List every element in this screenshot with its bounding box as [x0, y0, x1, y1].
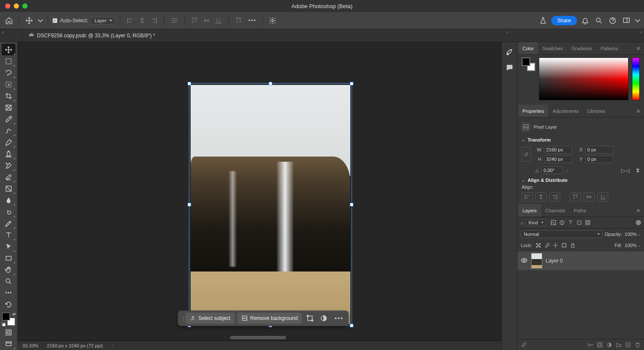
3d-mode-icon[interactable]: [233, 15, 244, 26]
layer-row[interactable]: Layer 0: [517, 251, 644, 271]
align-section-header[interactable]: ⌄Align & Distribute: [522, 178, 640, 183]
home-button[interactable]: [3, 15, 15, 26]
transform-icon[interactable]: [304, 313, 316, 324]
adjustment-icon[interactable]: [318, 313, 329, 324]
width-input[interactable]: [544, 146, 572, 154]
comments-icon[interactable]: [504, 62, 516, 74]
transform-handle[interactable]: [350, 203, 353, 206]
panels-collapse-icon[interactable]: »: [640, 30, 642, 34]
hand-tool[interactable]: [2, 264, 15, 275]
panel-menu-icon[interactable]: ≡: [633, 108, 643, 114]
beaker-icon[interactable]: [538, 15, 549, 26]
minimize-window-button[interactable]: [14, 3, 19, 9]
zoom-tool[interactable]: [2, 275, 15, 287]
flip-horizontal-icon[interactable]: ▷◁: [621, 167, 630, 174]
flip-vertical-icon[interactable]: ⧗: [636, 167, 640, 174]
filter-type-icon[interactable]: [567, 219, 574, 226]
lock-pixels-icon[interactable]: [543, 241, 551, 249]
prop-align-middle[interactable]: [583, 192, 595, 202]
lock-artboard-icon[interactable]: [560, 241, 568, 249]
auto-select-checkbox[interactable]: ✓: [52, 18, 58, 23]
align-left-icon[interactable]: [125, 15, 136, 26]
foreground-color[interactable]: [2, 313, 10, 320]
align-center-h-icon[interactable]: [137, 15, 148, 26]
path-selection-tool[interactable]: [2, 241, 15, 252]
visibility-icon[interactable]: [521, 257, 528, 265]
y-input[interactable]: [585, 155, 614, 163]
add-mask-icon[interactable]: [596, 341, 604, 349]
angle-dropdown[interactable]: ⌄: [565, 169, 568, 172]
link-dimensions-icon[interactable]: [522, 147, 531, 162]
transform-handle[interactable]: [350, 324, 353, 327]
align-bottom-icon[interactable]: [213, 15, 224, 26]
edit-toolbar[interactable]: [2, 299, 15, 310]
filter-smart-icon[interactable]: [584, 219, 592, 226]
lock-transparency-icon[interactable]: [535, 241, 542, 249]
prop-align-center-h[interactable]: [535, 192, 547, 202]
marquee-tool[interactable]: [2, 55, 15, 67]
auto-select-scope-select[interactable]: Layer: [91, 17, 115, 24]
tab-swatches[interactable]: Swatches: [538, 42, 567, 54]
prop-align-right[interactable]: [549, 192, 560, 202]
search-icon[interactable]: [593, 15, 605, 26]
tab-libraries[interactable]: Libraries: [583, 105, 610, 117]
rotation-input[interactable]: [541, 166, 563, 174]
tool-preset-dropdown[interactable]: [37, 15, 43, 26]
opacity-dropdown[interactable]: ⌄: [638, 232, 641, 236]
filter-search-icon[interactable]: ⌕: [521, 220, 524, 225]
x-input[interactable]: [585, 146, 614, 154]
history-brush-tool[interactable]: [2, 160, 15, 171]
foreground-background-swatch[interactable]: ⇄: [1, 312, 16, 326]
remove-background-button[interactable]: Remove background: [237, 313, 302, 324]
align-top-icon[interactable]: [189, 15, 200, 26]
prop-align-left[interactable]: [522, 192, 533, 202]
context-more-icon[interactable]: •••: [332, 315, 346, 322]
tab-adjustments[interactable]: Adjustments: [548, 105, 583, 117]
link-layers-icon[interactable]: [520, 341, 528, 349]
color-fgbg-swatch[interactable]: [522, 57, 535, 71]
healing-brush-tool[interactable]: [2, 125, 15, 136]
tab-color[interactable]: Color: [518, 42, 538, 54]
blend-mode-select[interactable]: Normal: [521, 230, 602, 238]
screen-mode-tool[interactable]: [2, 338, 15, 350]
close-window-button[interactable]: [5, 3, 10, 9]
transform-section-header[interactable]: ⌄Transform: [522, 137, 640, 142]
status-flyout-icon[interactable]: 〉: [112, 342, 116, 349]
delete-layer-icon[interactable]: [634, 341, 641, 349]
workspace-switcher-icon[interactable]: [621, 15, 632, 26]
brush-settings-icon[interactable]: [504, 46, 516, 58]
type-tool[interactable]: [2, 229, 15, 241]
dock-collapse-icon[interactable]: «: [506, 30, 508, 34]
share-button[interactable]: Share: [551, 16, 577, 25]
swap-colors-icon[interactable]: ⇄: [12, 312, 16, 316]
gradient-tool[interactable]: [2, 183, 15, 194]
new-adjustment-icon[interactable]: [605, 341, 613, 349]
crop-tool[interactable]: [2, 90, 15, 102]
panel-menu-icon[interactable]: ≡: [633, 45, 643, 51]
tab-gradients[interactable]: Gradients: [567, 42, 596, 54]
tab-layers[interactable]: Layers: [518, 204, 541, 217]
more-options-icon[interactable]: •••: [247, 15, 258, 26]
eraser-tool[interactable]: [2, 171, 15, 183]
fill-value[interactable]: 100%: [625, 243, 637, 248]
distribute-icon[interactable]: [169, 15, 180, 26]
align-middle-v-icon[interactable]: [201, 15, 212, 26]
blur-tool[interactable]: [2, 194, 15, 206]
fx-icon[interactable]: fx▾: [586, 341, 594, 349]
default-colors-icon[interactable]: [1, 322, 6, 326]
move-tool[interactable]: [2, 44, 15, 55]
color-ramp[interactable]: [539, 57, 629, 100]
dodge-tool[interactable]: [2, 206, 15, 217]
tab-channels[interactable]: Channels: [541, 204, 569, 217]
rectangle-tool[interactable]: [2, 252, 15, 264]
layer-thumbnail[interactable]: [531, 253, 542, 269]
fill-dropdown[interactable]: ⌄: [638, 244, 641, 247]
prop-align-bottom[interactable]: [597, 192, 608, 202]
filter-shape-icon[interactable]: [575, 219, 583, 226]
clone-stamp-tool[interactable]: [2, 148, 15, 160]
object-selection-tool[interactable]: [2, 78, 15, 90]
document-canvas[interactable]: [191, 85, 350, 324]
move-tool-icon[interactable]: [24, 15, 35, 26]
lock-all-icon[interactable]: [569, 241, 577, 249]
help-icon[interactable]: [607, 15, 618, 26]
